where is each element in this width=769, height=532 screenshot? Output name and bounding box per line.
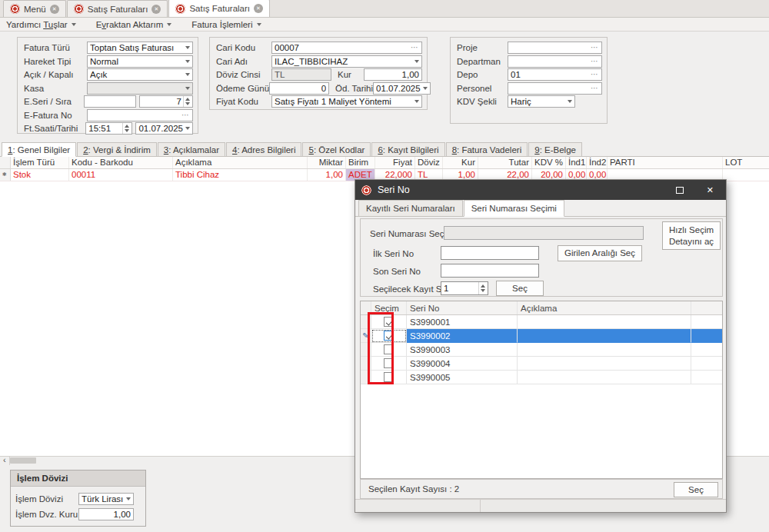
- serial-row[interactable]: S3990004: [361, 357, 722, 371]
- tab-close-icon[interactable]: [254, 4, 263, 13]
- ellipsis-browse-icon[interactable]: ⋯: [591, 71, 599, 78]
- col-aciklama[interactable]: Açıklama: [173, 157, 308, 168]
- col-tutar[interactable]: Tutar: [478, 157, 532, 168]
- personel-label: Personel: [457, 84, 508, 93]
- tab-fatura-vadeleri[interactable]: 8 : Fatura Vadeleri: [446, 142, 528, 156]
- col-secim[interactable]: Seçim: [371, 301, 407, 314]
- departman-field[interactable]: ⋯: [508, 55, 602, 68]
- tarih-select[interactable]: 01.07.2025: [135, 122, 193, 135]
- scroll-left-icon[interactable]: [0, 457, 10, 465]
- tab-close-icon[interactable]: [50, 5, 59, 14]
- secim-checkbox[interactable]: [384, 331, 394, 341]
- detail-tab-strip: 1 : Genel Bilgiler 2 : Vergi & İndirim 3…: [0, 142, 769, 157]
- secim-checkbox[interactable]: [384, 358, 394, 368]
- odeme-gunu-input[interactable]: [269, 82, 329, 95]
- ellipsis-browse-icon[interactable]: ⋯: [591, 85, 599, 92]
- window-tab-satis-faturalari-1[interactable]: Satış Faturaları: [67, 0, 168, 17]
- son-seri-no-input[interactable]: [441, 264, 539, 278]
- menu-yardimci-tuslar[interactable]: Yardımcı Tuşlar: [6, 20, 76, 29]
- scrollbar-thumb[interactable]: [10, 457, 36, 464]
- spinner-arrows-icon[interactable]: [478, 282, 487, 294]
- col-ind2[interactable]: İnd2: [587, 157, 608, 168]
- eseri-input[interactable]: [84, 95, 136, 108]
- col-miktar[interactable]: Miktar: [308, 157, 346, 168]
- hizli-secim-detayini-ac-button[interactable]: Hızlı SeçimDetayını aç: [662, 221, 721, 250]
- fatura-turu-select[interactable]: Toptan Satış Faturası: [87, 42, 193, 54]
- proje-field[interactable]: ⋯: [508, 42, 602, 54]
- tab-adres-bilgileri[interactable]: 4 : Adres Bilgileri: [226, 142, 301, 156]
- departman-label: Departman: [457, 57, 508, 66]
- secilecek-kayit-sayisi-stepper[interactable]: 1: [441, 281, 488, 295]
- islem-dovizi-label: İşlem Dövizi: [15, 494, 78, 504]
- girilen-araligi-sec-button[interactable]: Girilen Aralığı Seç: [558, 245, 642, 261]
- efatura-no-field[interactable]: ⋯: [87, 109, 193, 121]
- col-aciklama[interactable]: Açıklama: [518, 301, 691, 314]
- window-tab-label: Satış Faturaları: [189, 4, 250, 13]
- col-islem-turu[interactable]: İşlem Türü: [11, 157, 69, 168]
- col-seri-no[interactable]: Seri No: [407, 301, 518, 314]
- window-tab-menu[interactable]: Menü: [3, 0, 66, 17]
- ellipsis-browse-icon[interactable]: ⋯: [411, 44, 419, 52]
- ellipsis-browse-icon[interactable]: ⋯: [181, 111, 190, 119]
- od-tarihi-select[interactable]: 01.07.2025: [373, 82, 431, 95]
- tab-kayitli-seri-numaralari[interactable]: Kayıtlı Seri Numaraları: [358, 200, 463, 216]
- saat-stepper[interactable]: 15:51: [85, 122, 132, 135]
- hareket-tipi-select[interactable]: Normal: [87, 55, 193, 68]
- ellipsis-browse-icon[interactable]: ⋯: [591, 58, 599, 65]
- maximize-icon[interactable]: [676, 187, 684, 194]
- close-icon[interactable]: ✕: [707, 185, 714, 195]
- chevron-down-icon: [185, 87, 190, 90]
- window-tab-satis-faturalari-2[interactable]: Satış Faturaları: [168, 0, 270, 17]
- sira-stepper[interactable]: 7: [139, 95, 193, 108]
- depo-field[interactable]: 01⋯: [508, 68, 602, 81]
- grid-header-row: İşlem Türü Kodu - Barkodu Açıklama Mikta…: [0, 157, 769, 169]
- tab-aciklamalar[interactable]: 3 : Açıklamalar: [158, 142, 225, 156]
- spinner-arrows-icon[interactable]: [183, 96, 191, 107]
- ellipsis-browse-icon[interactable]: ⋯: [591, 44, 599, 52]
- cari-kodu-field[interactable]: 00007⋯: [271, 42, 422, 54]
- tab-kayit-bilgileri[interactable]: 6 : Kayıt Bilgileri: [371, 142, 444, 156]
- chevron-down-icon: [423, 87, 428, 90]
- acik-kapali-select[interactable]: Açık: [87, 68, 193, 81]
- fiyat-kodu-select[interactable]: Satış Fiyatı 1 Maliyet Yöntemi: [271, 95, 422, 108]
- sec-button[interactable]: Seç: [496, 281, 544, 296]
- col-kur[interactable]: Kur: [443, 157, 478, 168]
- col-kdv[interactable]: KDV %: [532, 157, 566, 168]
- col-birim[interactable]: Birim: [346, 157, 375, 168]
- col-fiyat[interactable]: Fiyat: [375, 157, 415, 168]
- tab-close-icon[interactable]: [151, 5, 161, 14]
- col-parti[interactable]: PARTI: [608, 157, 723, 168]
- islem-dvz-kuru-input[interactable]: [78, 508, 134, 520]
- islem-dovizi-select[interactable]: Türk Lirası: [78, 493, 134, 505]
- status-sec-button[interactable]: Seç: [674, 482, 718, 497]
- serial-row[interactable]: S3990001: [361, 315, 722, 329]
- tab-e-belge[interactable]: 9 : E-Belge: [528, 142, 582, 156]
- serial-row-selected[interactable]: ✎ S3990002: [361, 329, 722, 343]
- personel-field[interactable]: ⋯: [508, 82, 602, 95]
- menu-evraktan-aktarim[interactable]: Evraktan Aktarım: [96, 20, 172, 29]
- ilk-seri-no-input[interactable]: [441, 246, 539, 260]
- kdv-sekli-select[interactable]: Hariç: [508, 95, 575, 108]
- tab-ozel-kodlar[interactable]: 5 : Özel Kodlar: [302, 142, 371, 156]
- secim-checkbox[interactable]: [384, 344, 394, 354]
- odeme-gunu-label: Ödeme Günü: [216, 84, 269, 93]
- cari-adi-select[interactable]: ILAC_TIBBICIHAZ: [271, 55, 422, 68]
- serial-row[interactable]: S3990005: [361, 371, 722, 384]
- menu-fatura-islemleri[interactable]: Fatura İşlemleri: [191, 20, 261, 29]
- dialog-titlebar[interactable]: Seri No ✕: [355, 180, 726, 200]
- serial-row[interactable]: S3990003: [361, 343, 722, 357]
- tab-genel-bilgiler[interactable]: 1 : Genel Bilgiler: [2, 142, 76, 157]
- tab-vergi-indirim[interactable]: 2 : Vergi & İndirim: [77, 142, 157, 156]
- col-lot[interactable]: LOT: [723, 157, 769, 168]
- col-kodu-barkodu[interactable]: Kodu - Barkodu: [69, 157, 173, 168]
- eseri-sira-label: E.Seri / Sıra: [24, 97, 84, 106]
- kur-input[interactable]: [364, 68, 422, 81]
- secim-checkbox[interactable]: [384, 372, 394, 382]
- tab-seri-numarasi-secimi[interactable]: Seri Numarası Seçimi: [464, 200, 564, 217]
- doviz-cinsi-field: TL: [271, 68, 331, 81]
- col-ind1[interactable]: İnd1: [566, 157, 587, 168]
- secim-checkbox[interactable]: [384, 317, 394, 327]
- spinner-arrows-icon[interactable]: [122, 123, 131, 134]
- hareket-tipi-label: Hareket Tipi: [24, 57, 87, 66]
- col-doviz[interactable]: Döviz: [415, 157, 443, 168]
